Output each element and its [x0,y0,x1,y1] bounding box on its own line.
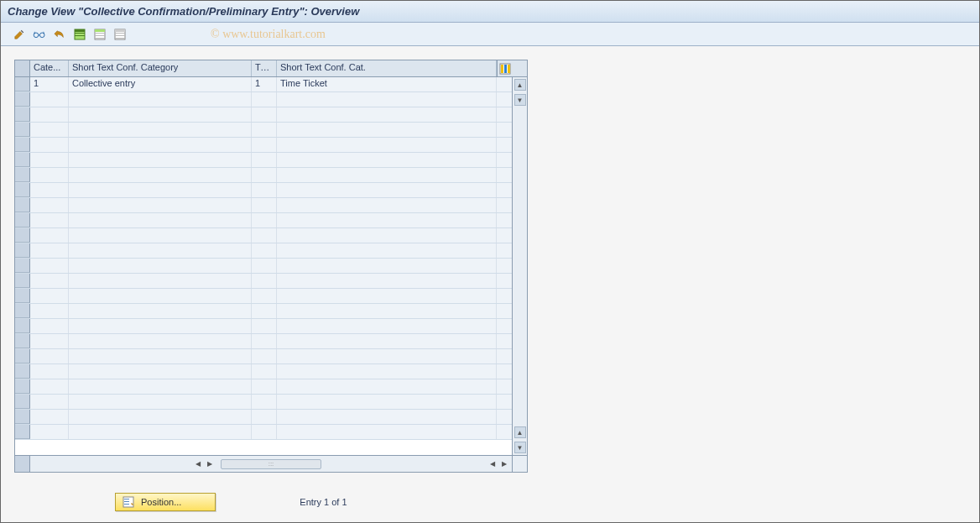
cell-short_text_conf_cat[interactable] [277,92,497,107]
cell-short_text_conf_category[interactable] [69,107,252,122]
cell-type[interactable] [252,349,277,363]
pencil-icon[interactable] [11,26,28,43]
cell-short_text_conf_cat[interactable] [277,349,497,363]
cell-cate[interactable]: 1 [30,77,69,92]
row-selector[interactable] [15,92,30,107]
cell-short_text_conf_category[interactable] [69,274,252,288]
row-selector[interactable] [15,379,30,394]
cell-short_text_conf_cat[interactable] [277,153,497,167]
cell-short_text_conf_category[interactable] [69,425,252,439]
row-selector[interactable] [15,183,30,197]
cell-type[interactable] [252,123,277,137]
cell-type[interactable] [252,364,277,379]
cell-cate[interactable] [30,425,69,439]
cell-type[interactable] [252,213,277,228]
cell-short_text_conf_category[interactable] [69,289,252,303]
cell-type[interactable] [252,334,277,348]
column-header-cate[interactable]: Cate... [30,60,69,76]
cell-cate[interactable] [30,138,69,152]
scroll-thumb[interactable]: ::: [221,459,321,469]
row-selector[interactable] [15,228,30,243]
cell-short_text_conf_category[interactable] [69,123,252,137]
glasses-icon[interactable] [31,26,48,43]
column-header-short-text-conf-cat[interactable]: Short Text Conf. Cat. [277,60,497,76]
cell-cate[interactable] [30,395,69,409]
row-selector[interactable] [15,304,30,318]
cell-short_text_conf_cat[interactable] [277,289,497,303]
scroll-left2-icon[interactable]: ◀ [488,460,497,468]
cell-type[interactable]: 1 [252,77,277,92]
cell-short_text_conf_cat[interactable] [277,213,497,228]
row-selector[interactable] [15,334,30,348]
cell-short_text_conf_cat[interactable] [277,123,497,137]
cell-short_text_conf_category[interactable] [69,92,252,107]
cell-short_text_conf_cat[interactable] [277,259,497,273]
cell-short_text_conf_cat[interactable] [277,228,497,243]
scroll-down-icon[interactable]: ▼ [514,94,526,106]
cell-cate[interactable] [30,168,69,182]
row-selector[interactable] [15,123,30,137]
cell-short_text_conf_cat[interactable] [277,183,497,197]
cell-type[interactable] [252,319,277,333]
cell-cate[interactable] [30,228,69,243]
scroll-up-icon[interactable]: ▲ [514,79,526,91]
deselect-all-icon[interactable] [112,26,128,43]
cell-cate[interactable] [30,198,69,212]
cell-short_text_conf_cat[interactable] [277,274,497,288]
cell-type[interactable] [252,425,277,439]
cell-type[interactable] [252,168,277,182]
cell-short_text_conf_category[interactable] [69,228,252,243]
cell-type[interactable] [252,410,277,424]
cell-short_text_conf_category[interactable] [69,168,252,182]
vertical-scrollbar[interactable]: ▲ ▼ ▲ ▼ [512,77,527,455]
scroll-right-icon[interactable]: ▶ [206,460,214,468]
cell-type[interactable] [252,107,277,122]
row-selector[interactable] [15,198,30,212]
cell-type[interactable] [252,289,277,303]
cell-cate[interactable] [30,213,69,228]
row-selector[interactable] [15,425,30,439]
row-selector[interactable] [15,349,30,363]
row-selector[interactable] [15,243,30,258]
undo-icon[interactable] [51,26,68,43]
cell-cate[interactable] [30,319,69,333]
row-selector[interactable] [15,259,30,273]
row-selector[interactable] [15,168,30,182]
cell-short_text_conf_cat[interactable] [277,425,497,439]
cell-short_text_conf_cat[interactable] [277,334,497,348]
cell-cate[interactable] [30,123,69,137]
cell-type[interactable] [252,243,277,258]
row-selector[interactable] [15,213,30,228]
cell-short_text_conf_cat[interactable] [277,410,497,424]
cell-cate[interactable] [30,259,69,273]
cell-type[interactable] [252,183,277,197]
cell-short_text_conf_cat[interactable] [277,395,497,409]
cell-cate[interactable] [30,243,69,258]
cell-cate[interactable] [30,349,69,363]
column-settings-icon[interactable] [497,60,512,76]
cell-short_text_conf_cat[interactable] [277,304,497,318]
row-selector[interactable] [15,274,30,288]
scroll-right2-icon[interactable]: ▶ [500,460,508,468]
cell-type[interactable] [252,274,277,288]
row-selector[interactable] [15,138,30,152]
cell-short_text_conf_category[interactable] [69,259,252,273]
row-selector[interactable] [15,153,30,167]
cell-cate[interactable] [30,334,69,348]
cell-short_text_conf_cat[interactable] [277,379,497,394]
position-button[interactable]: Position... [115,493,216,511]
cell-short_text_conf_category[interactable] [69,304,252,318]
row-selector[interactable] [15,107,30,122]
cell-type[interactable] [252,379,277,394]
scroll-left-icon[interactable]: ◀ [194,460,202,468]
scroll-up2-icon[interactable]: ▲ [514,426,526,438]
cell-short_text_conf_category[interactable] [69,213,252,228]
row-selector[interactable] [15,77,30,92]
cell-cate[interactable] [30,304,69,318]
grid-corner[interactable] [15,60,30,76]
cell-short_text_conf_category[interactable] [69,395,252,409]
cell-type[interactable] [252,153,277,167]
cell-cate[interactable] [30,289,69,303]
cell-type[interactable] [252,304,277,318]
cell-short_text_conf_cat[interactable] [277,243,497,258]
